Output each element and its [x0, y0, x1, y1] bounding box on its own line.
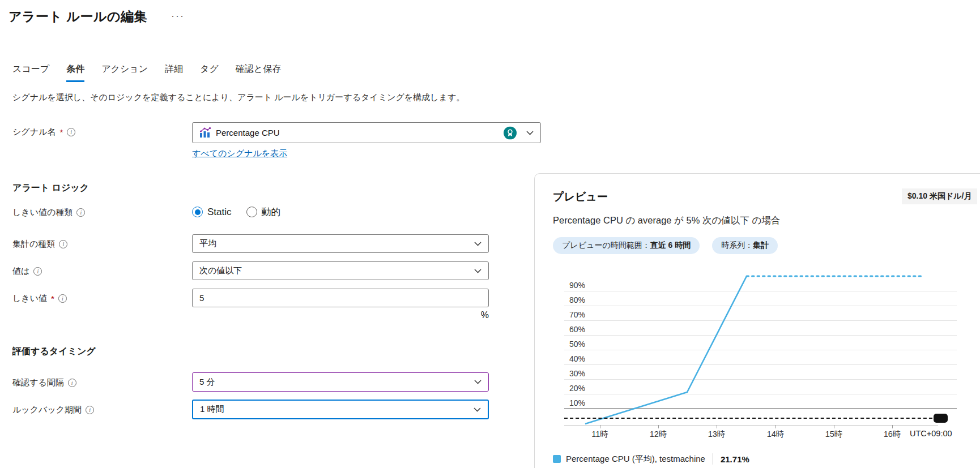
threshold-unit: %	[453, 310, 489, 320]
frequency-dropdown[interactable]: 5 分	[192, 372, 489, 392]
tab-tags[interactable]: タグ	[200, 63, 219, 82]
show-all-signals-link[interactable]: すべてのシグナルを表示	[192, 148, 287, 159]
x-axis-tick-label: 14時	[756, 429, 795, 440]
threshold-value-label-text: しきい値	[12, 293, 47, 304]
x-axis-tick-label: 12時	[638, 429, 678, 440]
chart-legend: Percentage CPU (平均), testmachine 21.71%	[553, 453, 749, 465]
time-range-pill-value: 直近 6 時間	[650, 241, 691, 250]
x-axis-tick	[776, 425, 776, 428]
operator-dropdown[interactable]: 次の値以下	[192, 261, 489, 280]
more-menu-ellipsis-icon[interactable]: ···	[171, 10, 185, 22]
lookback-value: 1 時間	[200, 404, 224, 415]
series-pill: 時系列：集計	[712, 237, 778, 254]
x-axis-tick-label: 13時	[697, 429, 736, 440]
radio-unselected-icon[interactable]	[246, 207, 257, 217]
signal-combobox[interactable]: Percentage CPU	[192, 122, 541, 143]
legend-series-label: Percentage CPU (平均), testmachine	[566, 454, 705, 465]
preview-title: プレビュー	[553, 190, 608, 204]
aggregation-label: 集計の種類 i	[12, 239, 67, 250]
threshold-drag-handle[interactable]	[934, 414, 948, 423]
x-axis-line	[564, 425, 938, 426]
tab-scope[interactable]: スコープ	[12, 63, 49, 82]
info-icon[interactable]: i	[33, 267, 42, 276]
preview-pills: プレビューの時間範囲：直近 6 時間 時系列：集計	[553, 237, 778, 254]
info-icon[interactable]: i	[76, 208, 85, 217]
timezone-label: UTC+09:00	[910, 429, 952, 438]
radio-option-dynamic[interactable]: 動的	[246, 205, 281, 218]
time-range-pill-label: プレビューの時間範囲：	[562, 241, 650, 250]
evaluation-timing-heading: 評価するタイミング	[12, 346, 96, 358]
lookback-dropdown[interactable]: 1 時間	[192, 400, 489, 419]
operator-label-text: 値は	[12, 266, 29, 277]
series-pill-value: 集計	[753, 241, 769, 250]
price-badge: $0.10 米国ドル/月	[902, 188, 977, 204]
threshold-line	[564, 418, 938, 419]
required-asterisk: *	[59, 127, 63, 137]
chevron-down-icon[interactable]	[526, 130, 534, 135]
operator-value: 次の値以下	[199, 265, 242, 276]
time-range-pill: プレビューの時間範囲：直近 6 時間	[553, 237, 700, 254]
legend-swatch-icon	[553, 455, 561, 463]
tab-details[interactable]: 詳細	[165, 63, 183, 82]
threshold-type-label-text: しきい値の種類	[12, 207, 73, 218]
threshold-type-label: しきい値の種類 i	[12, 207, 85, 218]
metric-chart-icon	[199, 127, 211, 138]
cpu-series-line	[564, 264, 961, 434]
alert-rule-edit-page: アラート ルールの編集 ··· スコープ 条件 アクション 詳細 タグ 確認と保…	[0, 0, 980, 468]
legend-current-value: 21.71%	[721, 454, 749, 464]
x-axis-tick	[600, 425, 600, 428]
frequency-value: 5 分	[199, 377, 215, 388]
radio-selected-icon[interactable]	[192, 207, 203, 217]
info-icon[interactable]: i	[67, 128, 75, 136]
tab-condition[interactable]: 条件	[66, 63, 84, 82]
signal-combobox-value: Percentage CPU	[216, 128, 280, 138]
threshold-value-label: しきい値 * i	[12, 293, 67, 304]
aggregation-label-text: 集計の種類	[12, 239, 55, 250]
series-pill-label: 時系列：	[721, 241, 753, 250]
chevron-down-icon[interactable]	[474, 380, 482, 385]
frequency-label-text: 確認する間隔	[12, 377, 64, 388]
operator-label: 値は i	[12, 266, 42, 277]
signal-name-label-text: シグナル名	[12, 127, 56, 138]
page-title: アラート ルールの編集	[8, 8, 147, 25]
info-icon[interactable]: i	[58, 294, 67, 303]
legend-divider	[713, 453, 713, 465]
intro-text: シグナルを選択し、そのロジックを定義することにより、アラート ルールをトリガーす…	[12, 92, 465, 103]
threshold-type-radio-group: Static 動的	[192, 205, 281, 218]
alert-logic-heading: アラート ロジック	[12, 182, 89, 194]
info-icon[interactable]: i	[68, 379, 76, 387]
radio-static-label: Static	[207, 207, 232, 218]
info-icon[interactable]: i	[59, 240, 67, 248]
tab-actions[interactable]: アクション	[101, 63, 148, 82]
x-axis-tick-label: 15時	[814, 429, 854, 440]
radio-option-static[interactable]: Static	[192, 207, 232, 218]
signal-name-label: シグナル名 * i	[12, 127, 75, 138]
info-icon[interactable]: i	[86, 406, 94, 414]
x-axis-tick	[892, 425, 893, 428]
x-axis-tick-label: 11時	[580, 429, 620, 440]
preview-card: プレビュー $0.10 米国ドル/月 Percentage CPU の aver…	[534, 173, 980, 468]
condition-summary: Percentage CPU の average が 5% 次の値以下 の場合	[553, 214, 780, 227]
recommended-signal-badge-icon	[504, 126, 517, 139]
aggregation-dropdown[interactable]: 平均	[192, 234, 489, 253]
chevron-down-icon[interactable]	[474, 241, 482, 246]
radio-dynamic-label: 動的	[262, 205, 281, 218]
tab-review-save[interactable]: 確認と保存	[236, 63, 281, 82]
lookback-label-text: ルックバック期間	[12, 405, 82, 415]
x-axis-tick	[834, 425, 834, 428]
chevron-down-icon[interactable]	[474, 268, 482, 273]
x-axis-tick-label: 16時	[872, 429, 912, 440]
tab-bar: スコープ 条件 アクション 詳細 タグ 確認と保存	[12, 63, 281, 82]
frequency-label: 確認する間隔 i	[12, 377, 76, 388]
x-axis-tick	[658, 425, 659, 428]
lookback-label: ルックバック期間 i	[12, 405, 94, 415]
x-axis-tick	[717, 425, 717, 428]
chevron-down-icon[interactable]	[474, 407, 481, 412]
aggregation-value: 平均	[199, 238, 216, 249]
threshold-input[interactable]	[192, 289, 489, 307]
required-asterisk: *	[51, 294, 54, 303]
